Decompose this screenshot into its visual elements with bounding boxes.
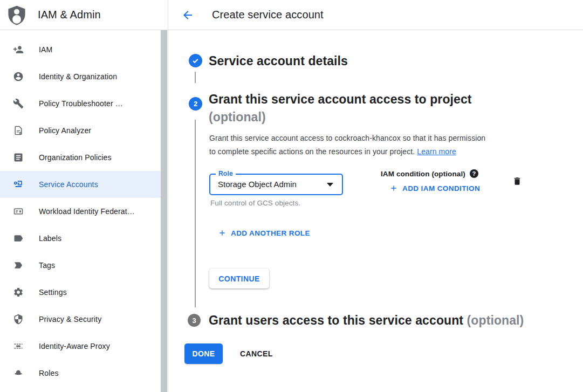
sidebar-item-policy-analyzer[interactable]: Policy Analyzer	[0, 117, 161, 144]
step1-complete-check-icon	[189, 54, 202, 67]
product-header: IAM & Admin	[0, 0, 168, 30]
role-select[interactable]: Role Storage Object Admin	[209, 174, 343, 195]
sidebar-item-label: IAM	[39, 45, 52, 54]
sidebar-item-label: Privacy & Security	[39, 315, 101, 324]
step2-description: Grant this service account access to coc…	[209, 132, 485, 159]
role-select-value: Storage Object Admin	[218, 175, 297, 194]
sidebar-item-identity-aware-proxy[interactable]: Identity-Aware Proxy	[0, 333, 161, 360]
sidebar-item-organization-policies[interactable]: Organization Policies	[0, 144, 161, 171]
step1-title[interactable]: Service account details	[209, 52, 348, 70]
delete-role-trash-icon[interactable]	[511, 175, 523, 188]
main-content: Service account details 2 Grant this ser…	[168, 30, 583, 392]
step3-number-badge: 3	[188, 314, 201, 327]
sidebar-item-privacy-security[interactable]: Privacy & Security	[0, 306, 161, 333]
step3-title-text: Grant users access to this service accou…	[209, 313, 463, 327]
sidebar-item-iam[interactable]: IAM	[0, 36, 161, 63]
sidebar-item-service-accounts[interactable]: Service Accounts	[0, 171, 161, 198]
sidebar-item-label: Roles	[39, 369, 59, 377]
page-title: Create service account	[212, 9, 324, 21]
tag-arrow-icon	[13, 260, 24, 271]
iam-admin-sidebar: IAM Identity & Organization Policy Troub…	[0, 30, 168, 392]
policy-analyzer-icon	[13, 125, 24, 136]
dropdown-arrow-icon	[327, 183, 333, 187]
step2-description-line2: to complete specific actions on the reso…	[209, 147, 415, 156]
step2-title-text: Grant this service account access to pro…	[209, 92, 472, 106]
gear-icon	[13, 287, 24, 298]
top-header: IAM & Admin Create service account	[0, 0, 583, 30]
sidebar-scrollbar[interactable]	[161, 30, 167, 392]
help-icon[interactable]: ?	[470, 169, 478, 178]
create-service-account-page: IAM & Admin Create service account IAM I…	[0, 0, 583, 392]
sidebar-item-identity-organization[interactable]: Identity & Organization	[0, 63, 161, 90]
service-account-icon	[13, 179, 24, 190]
step2-title-optional: (optional)	[209, 110, 266, 124]
sidebar-item-label: Service Accounts	[39, 180, 98, 189]
iam-condition-label: IAM condition (optional) ?	[381, 169, 478, 178]
add-iam-condition-button[interactable]: ADD IAM CONDITION	[389, 184, 480, 192]
id-card-icon	[13, 206, 24, 217]
sidebar-item-label: Identity-Aware Proxy	[39, 342, 110, 350]
sidebar-item-label: Identity & Organization	[39, 72, 117, 81]
step3-title-optional: (optional)	[467, 313, 524, 327]
sidebar-item-tags[interactable]: Tags	[0, 252, 161, 279]
add-another-role-label: ADD ANOTHER ROLE	[231, 229, 310, 237]
proxy-icon	[13, 341, 24, 352]
plus-icon	[218, 229, 227, 237]
stepper-connector-2	[195, 120, 196, 307]
sidebar-item-settings[interactable]: Settings	[0, 279, 161, 306]
page-header: Create service account	[168, 0, 583, 30]
iam-shield-logo	[8, 5, 26, 25]
plus-icon	[389, 184, 398, 192]
add-another-role-button[interactable]: ADD ANOTHER ROLE	[218, 229, 310, 237]
step2-title: Grant this service account access to pro…	[209, 91, 472, 126]
sidebar-item-label: Policy Analyzer	[39, 126, 91, 135]
wrench-icon	[13, 98, 24, 109]
stepper-connector-1	[195, 72, 196, 83]
document-icon	[13, 152, 24, 163]
sidebar-item-label: Labels	[39, 234, 61, 243]
iam-condition-label-text: IAM condition (optional)	[381, 170, 465, 178]
done-button[interactable]: DONE	[184, 343, 223, 364]
role-helper-text: Full control of GCS objects.	[210, 199, 300, 207]
sidebar-item-roles[interactable]: Roles	[0, 360, 161, 387]
learn-more-link[interactable]: Learn more	[417, 147, 456, 156]
cancel-button[interactable]: CANCEL	[240, 343, 273, 364]
back-arrow-icon[interactable]	[181, 9, 194, 22]
sidebar-item-label: Tags	[39, 261, 55, 270]
shield-half-icon	[13, 314, 24, 325]
account-circle-icon	[13, 71, 24, 82]
hat-icon	[13, 368, 24, 379]
sidebar-item-label: Policy Troubleshooter …	[39, 99, 123, 108]
step2-number-badge: 2	[189, 97, 202, 111]
sidebar-item-label: Workload Identity Federat…	[39, 207, 135, 216]
sidebar-item-labels[interactable]: Labels	[0, 225, 161, 252]
step2-description-line1: Grant this service account access to coc…	[209, 134, 485, 142]
add-iam-condition-label: ADD IAM CONDITION	[402, 184, 480, 192]
person-add-icon	[13, 44, 24, 55]
step3-title: Grant users access to this service accou…	[209, 312, 524, 329]
app-title: IAM & Admin	[38, 9, 101, 21]
sidebar-divider	[168, 0, 168, 392]
sidebar-item-label: Organization Policies	[39, 153, 112, 162]
sidebar-item-workload-identity-federation[interactable]: Workload Identity Federat…	[0, 198, 161, 225]
sidebar-item-policy-troubleshooter[interactable]: Policy Troubleshooter …	[0, 90, 161, 117]
label-icon	[13, 233, 24, 244]
sidebar-item-label: Settings	[39, 288, 67, 297]
continue-button[interactable]: CONTINUE	[209, 269, 269, 288]
